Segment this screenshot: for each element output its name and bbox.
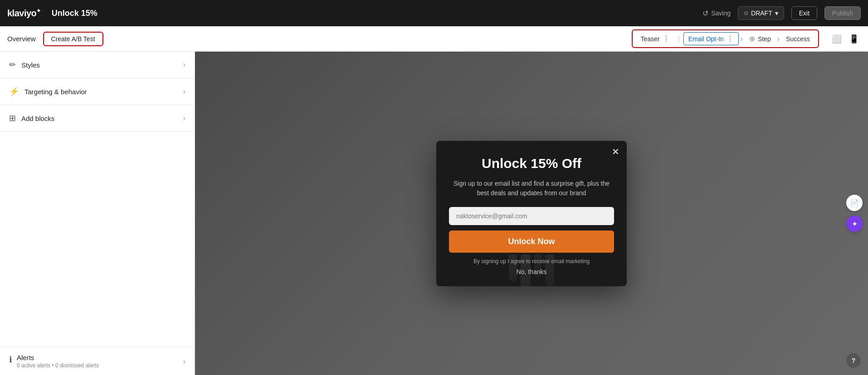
alerts-icon: ℹ [9,355,12,365]
email-opt-in-menu-icon[interactable]: ⋮ [727,34,734,43]
popup-unlock-button[interactable]: Unlock Now [449,231,614,253]
sparkle-icon: ✦ [852,220,858,228]
publish-button[interactable]: Publish [824,6,861,20]
tab-email-opt-in-label: Email Opt-In [688,35,724,43]
top-navigation: klaviyo✦ Unlock 15% ↺ Saving ⊙ DRAFT ▾ E… [0,0,868,26]
help-button[interactable]: ? [846,353,861,368]
saving-icon: ↺ [702,9,708,18]
tab-teaser[interactable]: Teaser ⋮ [636,33,674,45]
sidebar-item-styles[interactable]: ✏ Styles › [0,52,195,78]
side-panel-button-1[interactable]: 📄 [846,195,863,211]
mobile-view-button[interactable]: 📱 [847,32,861,46]
publish-label: Publish [832,10,853,17]
alerts-chevron-icon: › [183,357,185,365]
popup-subtitle: Sign up to our email list and find a sur… [449,179,614,198]
popup-email-input[interactable] [449,207,614,225]
add-blocks-chevron-icon: › [183,114,185,122]
tab-success[interactable]: Success [781,34,814,44]
step-chevron-1: › [741,35,743,43]
add-blocks-icon: ⊞ [9,113,16,123]
side-panel-button-2[interactable]: ✦ [846,216,863,232]
tab-email-opt-in[interactable]: Email Opt-In ⋮ [683,32,739,45]
styles-icon: ✏ [9,60,16,70]
help-label: ? [852,357,856,364]
tab-step-label: Step [758,35,771,43]
popup-close-button[interactable]: ✕ [612,146,619,157]
desktop-view-button[interactable]: ⬜ [830,32,844,46]
step-plus-icon: ⊕ [749,34,755,43]
popup-modal: ✕ Unlock 15% Off Sign up to our email li… [436,141,627,286]
sidebar-targeting-label: Targeting & behavior [24,88,87,96]
tab-success-label: Success [786,35,810,43]
sidebar-styles-label: Styles [21,61,40,69]
tab-teaser-label: Teaser [641,35,660,43]
unlock-button-label: Unlock Now [508,237,555,246]
desktop-icon: ⬜ [832,34,842,43]
styles-chevron-icon: › [183,61,185,69]
exit-button[interactable]: Exit [791,6,817,20]
steps-container: Teaser ⋮ | Email Opt-In ⋮ › ⊕ Step › Suc… [632,29,819,48]
klaviyo-logo: klaviyo✦ [7,8,41,19]
sidebar-item-alerts[interactable]: ℹ Alerts 0 active alerts • 0 dismissed a… [0,347,195,375]
tab-step[interactable]: ⊕ Step [745,33,775,45]
main-canvas: ✕ Unlock 15% Off Sign up to our email li… [195,52,868,375]
targeting-chevron-icon: › [183,87,185,96]
saving-indicator: ↺ Saving [702,9,731,18]
sidebar-item-targeting[interactable]: ⚡ Targeting & behavior › [0,78,195,105]
overview-label: Overview [7,35,36,43]
targeting-icon: ⚡ [9,87,19,96]
popup-no-thanks[interactable]: No, thanks [449,268,614,275]
sidebar-add-blocks-label: Add blocks [21,115,54,122]
popup-title: Unlock 15% Off [449,155,614,172]
document-icon: 📄 [850,199,859,207]
page-title: Unlock 15% [52,9,98,18]
alerts-subtitle: 0 active alerts • 0 dismissed alerts [17,362,99,369]
create-ab-test-button[interactable]: Create A/B Test [43,32,103,46]
view-toggle: ⬜ 📱 [830,32,861,46]
exit-label: Exit [799,10,809,17]
create-ab-label: Create A/B Test [51,35,95,43]
secondary-navigation: Overview Create A/B Test Teaser ⋮ | Emai… [0,26,868,52]
teaser-menu-icon[interactable]: ⋮ [663,34,670,43]
left-sidebar: ✏ Styles › ⚡ Targeting & behavior › ⊞ Ad… [0,52,195,375]
main-layout: ✏ Styles › ⚡ Targeting & behavior › ⊞ Ad… [0,52,868,375]
right-side-panel: 📄 ✦ [846,195,863,232]
saving-label: Saving [711,10,731,17]
mobile-icon: 📱 [849,34,859,43]
draft-chevron-icon: ▾ [775,10,778,17]
alerts-label: Alerts [17,354,99,361]
draft-button[interactable]: ⊙ DRAFT ▾ [738,6,784,20]
step-chevron-2: › [777,35,780,43]
sidebar-item-add-blocks[interactable]: ⊞ Add blocks › [0,105,195,132]
logo-area: klaviyo✦ [7,8,41,19]
draft-label: DRAFT [751,10,772,17]
